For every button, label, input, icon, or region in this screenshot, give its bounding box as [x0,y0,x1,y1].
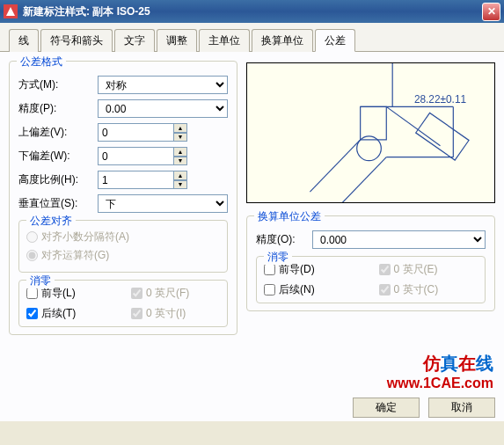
page-content: 公差格式 方式(M): 对称 精度(P): 0.00 上偏差(V): ▲▼ [0,52,504,421]
tab-4[interactable]: 主单位 [199,29,250,52]
align-decimal-radio [26,231,38,243]
watermark: 仿真在线 www.1CAE.com [387,352,493,391]
align-operator-radio [26,250,38,261]
svg-line-8 [310,140,360,192]
tab-5[interactable]: 换算单位 [252,29,313,52]
trailing-label: 后续(T) [41,306,76,321]
inches-checkbox [131,308,142,319]
tab-1[interactable]: 符号和箭头 [40,29,113,52]
app-icon [4,4,18,18]
tolerance-format-group: 公差格式 方式(M): 对称 精度(P): 0.00 上偏差(V): ▲▼ [9,61,237,335]
upper-spinner[interactable]: ▲▼ [98,123,187,142]
dialog-buttons: 确定 取消 [353,398,495,418]
spin-up-icon[interactable]: ▲ [173,171,187,180]
precision-select[interactable]: 0.00 [98,99,228,118]
svg-text:28.22±0.11: 28.22±0.11 [414,93,467,106]
svg-rect-6 [416,113,469,160]
lower-input[interactable] [98,147,173,165]
vpos-select[interactable]: 下 [98,194,228,213]
svg-line-5 [386,106,440,145]
alignment-group: 公差对齐 对齐小数分隔符(A) 对齐运算符(G) [18,220,228,273]
alt-trailing-checkbox[interactable] [264,284,275,295]
vpos-label: 垂直位置(S): [18,196,98,211]
svg-marker-0 [6,7,15,16]
svg-rect-4 [361,106,387,140]
tab-2[interactable]: 文字 [114,29,155,52]
group-legend: 公差对齐 [26,214,76,229]
precision-label: 精度(P): [18,101,98,116]
alt-inches-label: 0 英寸(C) [394,282,439,297]
alt-feet-label: 0 英尺(E) [394,262,438,277]
align-operator-label: 对齐运算符(G) [41,248,109,263]
alt-trailing-label: 后续(N) [279,282,315,297]
titlebar: 新建标注样式: 副本 ISO-25 ✕ [0,0,504,23]
spin-down-icon[interactable]: ▼ [173,180,187,190]
alt-leading-checkbox[interactable] [264,264,275,275]
cancel-button[interactable]: 取消 [428,398,495,418]
scale-input[interactable] [98,171,173,189]
tab-6[interactable]: 公差 [315,29,355,52]
preview-pane: 28.22±0.11 [246,62,495,203]
close-button[interactable]: ✕ [482,3,500,21]
scale-spinner[interactable]: ▲▼ [98,171,187,189]
tab-bar: 线符号和箭头文字调整主单位换算单位公差 [0,23,504,52]
align-decimal-label: 对齐小数分隔符(A) [41,230,129,244]
group-legend: 消零 [264,250,292,265]
upper-input[interactable] [98,123,173,142]
ok-button[interactable]: 确定 [353,398,420,418]
feet-checkbox [131,288,142,299]
method-select[interactable]: 对称 [98,76,228,94]
leading-checkbox[interactable] [26,288,38,299]
zero-suppress-right-group: 消零 前导(D) 0 英尺(E) 后续(N) 0 英寸(C) [256,256,486,303]
tab-3[interactable]: 调整 [157,29,197,52]
alt-inches-checkbox [379,284,391,295]
alt-precision-label: 精度(O): [256,232,312,247]
feet-label: 0 英尺(F) [146,286,189,301]
method-label: 方式(M): [18,77,98,92]
inches-label: 0 英寸(I) [146,306,186,321]
altunit-group: 换算单位公差 精度(O): 0.000 消零 前导(D) 0 英尺(E) 后续(… [246,215,495,311]
lower-label: 下偏差(W): [18,149,98,164]
window-title: 新建标注样式: 副本 ISO-25 [23,4,482,19]
lower-spinner[interactable]: ▲▼ [98,147,187,165]
group-legend: 公差格式 [17,55,66,69]
spin-down-icon[interactable]: ▼ [173,157,187,166]
group-legend: 换算单位公差 [254,209,325,224]
scale-label: 高度比例(H): [18,172,98,187]
tab-0[interactable]: 线 [9,29,39,52]
spin-down-icon[interactable]: ▼ [173,133,187,142]
alt-precision-select[interactable]: 0.000 [312,230,486,249]
svg-line-9 [336,157,386,202]
alt-feet-checkbox [379,264,391,275]
upper-label: 上偏差(V): [18,125,98,140]
spin-up-icon[interactable]: ▲ [173,147,187,157]
zero-suppress-left-group: 消零 前导(L) 0 英尺(F) 后续(T) 0 英寸(I) [18,280,228,327]
group-legend: 消零 [26,274,55,288]
trailing-checkbox[interactable] [26,308,38,319]
spin-up-icon[interactable]: ▲ [173,123,187,133]
